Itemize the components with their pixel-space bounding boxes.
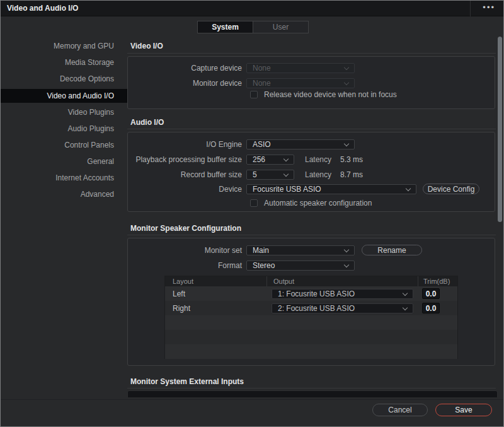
release-video-device-label: Release video device when not in focus [264, 90, 397, 99]
sidebar-item-advanced[interactable]: Advanced [1, 187, 129, 201]
automatic-speaker-configuration-checkbox[interactable] [250, 199, 258, 207]
table-header-output: Output [267, 276, 418, 286]
section-divider [127, 388, 496, 389]
rename-button[interactable]: Rename [362, 245, 422, 255]
save-button[interactable]: Save [435, 404, 492, 416]
chevron-down-icon [344, 141, 349, 146]
trim-input-left[interactable] [422, 288, 440, 299]
capture-device-value: None [253, 64, 271, 73]
release-video-device-checkbox[interactable] [250, 91, 258, 98]
table-row: Right 2: Focusrite USB ASIO [165, 301, 457, 315]
section-title-monitor-speaker: Monitor Speaker Configuration [130, 224, 241, 233]
window-title: Video and Audio I/O [7, 4, 78, 13]
playback-buffer-label: Playback processing buffer size [128, 155, 246, 164]
empty-table-row [165, 315, 457, 330]
playback-buffer-select[interactable]: 256 [246, 155, 294, 165]
record-buffer-value: 5 [253, 170, 257, 179]
chevron-down-icon [284, 156, 289, 161]
section-title-video-io: Video I/O [130, 42, 163, 50]
tab-user[interactable]: User [253, 21, 308, 33]
monitor-speaker-panel: Monitor set Main Rename Format Stereo La… [127, 238, 495, 366]
output-value: 2: Focusrite USB ASIO [278, 304, 355, 313]
audio-io-panel: I/O Engine ASIO Playback processing buff… [127, 132, 495, 212]
chevron-down-icon [344, 64, 349, 69]
playback-latency-value: 5.3 ms [340, 155, 363, 164]
io-engine-label: I/O Engine [128, 140, 246, 149]
output-select-right[interactable]: 2: Focusrite USB ASIO [272, 303, 413, 313]
record-latency-value: 8.7 ms [340, 170, 363, 179]
monitor-device-value: None [253, 79, 271, 88]
scrollbar[interactable] [498, 37, 502, 222]
section-divider [127, 53, 496, 54]
playback-latency-label: Latency [305, 155, 331, 164]
capture-device-label: Capture device [128, 64, 246, 73]
io-engine-value: ASIO [253, 140, 271, 149]
speaker-output-table: Layout Output Trim(dB) Left 1: Focusrite… [164, 276, 458, 359]
video-io-panel: Capture device None Monitor device None … [127, 56, 495, 109]
monitor-set-value: Main [253, 246, 269, 255]
monitor-set-label: Monitor set [128, 246, 246, 255]
device-select[interactable]: Focusrite USB ASIO [246, 184, 416, 194]
format-value: Stereo [253, 261, 275, 270]
record-latency-label: Latency [305, 170, 331, 179]
record-buffer-label: Record buffer size [128, 170, 246, 179]
tab-group: System User [197, 21, 309, 33]
chevron-down-icon [344, 79, 349, 85]
cancel-button[interactable]: Cancel [372, 404, 428, 416]
footer-divider [1, 399, 503, 400]
output-select-left[interactable]: 1: Focusrite USB ASIO [272, 289, 413, 299]
layout-cell: Left [165, 290, 267, 298]
capture-device-select[interactable]: None [246, 63, 355, 73]
trim-input-right[interactable] [422, 303, 440, 313]
table-row: Left 1: Focusrite USB ASIO [165, 286, 457, 301]
empty-table-row [165, 330, 457, 344]
table-header-row: Layout Output Trim(dB) [165, 276, 457, 286]
preferences-window: Video and Audio I/O ••• System User Memo… [0, 0, 504, 427]
layout-cell: Right [165, 304, 267, 313]
chevron-down-icon [406, 185, 411, 190]
section-title-audio-io: Audio I/O [130, 118, 164, 127]
chevron-down-icon [284, 171, 289, 176]
options-menu-icon[interactable]: ••• [483, 3, 495, 12]
format-label: Format [128, 261, 246, 270]
record-buffer-select[interactable]: 5 [246, 170, 294, 180]
sidebar-item-audio-plugins[interactable]: Audio Plugins [1, 122, 129, 136]
sidebar-item-control-panels[interactable]: Control Panels [1, 138, 129, 152]
table-header-layout: Layout [165, 276, 267, 286]
section-title-monitor-external: Monitor System External Inputs [130, 377, 244, 386]
chevron-down-icon [344, 262, 349, 267]
sidebar-item-general[interactable]: General [1, 155, 129, 168]
device-config-button[interactable]: Device Config [423, 184, 479, 194]
monitor-set-select[interactable]: Main [246, 245, 355, 255]
io-engine-select[interactable]: ASIO [246, 139, 355, 149]
sidebar-item-media-storage[interactable]: Media Storage [1, 56, 129, 69]
sidebar-item-decode-options[interactable]: Decode Options [1, 72, 129, 86]
sidebar-item-memory-and-gpu[interactable]: Memory and GPU [1, 39, 129, 53]
monitor-external-inputs-panel [127, 390, 498, 397]
titlebar-divider [470, 1, 471, 16]
chevron-down-icon [344, 247, 349, 252]
sidebar-item-video-and-audio-io[interactable]: Video and Audio I/O [1, 89, 129, 103]
monitor-device-label: Monitor device [128, 79, 246, 88]
tab-system[interactable]: System [198, 21, 253, 33]
sidebar-item-video-plugins[interactable]: Video Plugins [1, 105, 129, 119]
format-select[interactable]: Stereo [246, 260, 355, 271]
section-divider [127, 129, 496, 129]
automatic-speaker-configuration-label: Automatic speaker configuration [264, 199, 372, 208]
monitor-device-select[interactable]: None [246, 78, 355, 88]
table-header-trim: Trim(dB) [418, 276, 457, 286]
sidebar-item-internet-accounts[interactable]: Internet Accounts [1, 171, 129, 185]
chevron-down-icon [403, 290, 408, 295]
empty-table-row [165, 344, 457, 359]
playback-buffer-value: 256 [253, 155, 265, 164]
device-label: Device [128, 185, 246, 194]
section-divider [127, 235, 496, 235]
titlebar: Video and Audio I/O ••• [1, 1, 503, 16]
device-value: Focusrite USB ASIO [253, 185, 321, 194]
chevron-down-icon [403, 305, 408, 310]
output-value: 1: Focusrite USB ASIO [278, 290, 355, 298]
